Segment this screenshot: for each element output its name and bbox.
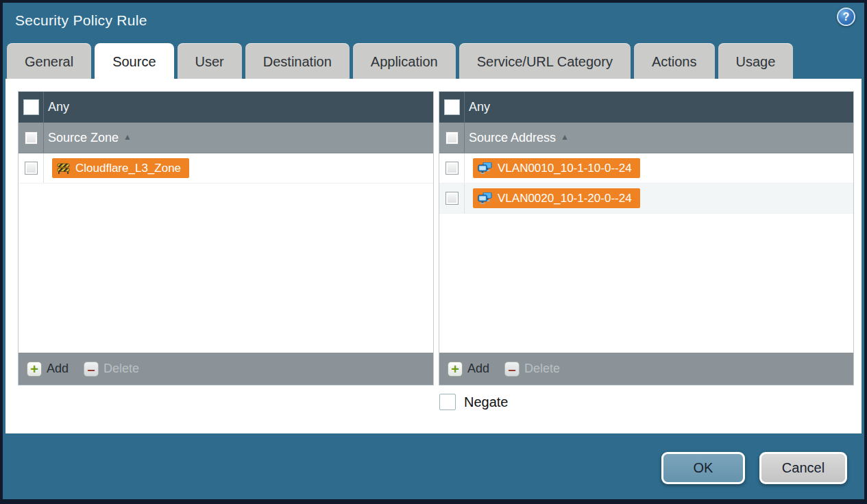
tab-general[interactable]: General xyxy=(7,43,91,79)
address-icon xyxy=(478,192,492,204)
add-button-label: Add xyxy=(467,362,489,376)
source-zone-selectall-checkbox-cell xyxy=(19,123,44,153)
tab-content-source: Any Source Zone ▲ xyxy=(5,79,862,433)
security-policy-rule-dialog: Security Policy Rule ? General Source Us… xyxy=(0,0,867,504)
plus-icon: + xyxy=(27,362,42,377)
tab-service-url-category[interactable]: Service/URL Category xyxy=(459,43,631,79)
zone-chip[interactable]: Cloudflare_L3_Zone xyxy=(52,158,189,178)
dialog-titlebar: Security Policy Rule ? xyxy=(3,3,864,42)
delete-button-label: Delete xyxy=(103,362,139,376)
address-chip-label: VLAN0010_10-1-10-0--24 xyxy=(498,162,632,175)
row-checkbox[interactable] xyxy=(25,162,38,175)
row-checkbox[interactable] xyxy=(445,162,459,175)
row-checkbox-cell xyxy=(439,153,465,183)
tab-actions[interactable]: Actions xyxy=(634,43,715,79)
table-row[interactable]: Cloudflare_L3_Zone xyxy=(19,153,433,184)
tab-usage[interactable]: Usage xyxy=(718,43,794,79)
source-zone-any-header: Any xyxy=(19,92,433,123)
add-button[interactable]: + Add xyxy=(27,362,69,377)
source-zone-panel: Any Source Zone ▲ xyxy=(18,91,434,386)
row-checkbox[interactable] xyxy=(445,192,459,205)
source-zone-any-checkbox-cell xyxy=(19,92,44,123)
add-button-label: Add xyxy=(47,362,69,376)
source-address-any-checkbox-cell xyxy=(439,92,465,123)
table-row[interactable]: VLAN0010_10-1-10-0--24 xyxy=(439,153,853,184)
source-address-selectall-checkbox-cell xyxy=(439,123,465,153)
dialog-title: Security Policy Rule xyxy=(15,12,147,29)
source-zone-rows: Cloudflare_L3_Zone xyxy=(19,153,433,353)
row-checkbox-cell xyxy=(439,184,465,213)
source-address-any-checkbox[interactable] xyxy=(444,99,460,115)
add-button[interactable]: + Add xyxy=(448,362,489,377)
help-icon[interactable]: ? xyxy=(837,8,855,26)
source-zone-column-header[interactable]: Source Zone ▲ xyxy=(19,123,433,153)
delete-button: – Delete xyxy=(84,362,139,377)
delete-button: – Delete xyxy=(504,362,560,377)
source-address-any-label: Any xyxy=(469,100,490,114)
negate-field: Negate xyxy=(439,394,509,410)
address-chip-label: VLAN0020_10-1-20-0--24 xyxy=(498,192,632,205)
tab-application[interactable]: Application xyxy=(353,43,456,79)
row-checkbox-cell xyxy=(19,153,44,183)
minus-icon: – xyxy=(504,362,520,377)
source-address-column-label: Source Address xyxy=(469,131,556,145)
source-zone-any-checkbox[interactable] xyxy=(23,99,39,115)
dialog-footer: OK Cancel xyxy=(3,433,864,499)
negate-label: Negate xyxy=(464,394,509,410)
source-address-rows: VLAN0010_10-1-10-0--24 xyxy=(439,153,853,353)
source-zone-column-label: Source Zone xyxy=(48,131,119,145)
source-zone-toolbar: + Add – Delete xyxy=(19,353,433,385)
table-row[interactable]: VLAN0020_10-1-20-0--24 xyxy=(439,184,853,214)
source-address-column-header[interactable]: Source Address ▲ xyxy=(439,123,853,153)
tab-user[interactable]: User xyxy=(178,43,242,79)
tab-bar: General Source User Destination Applicat… xyxy=(3,42,864,79)
tab-source[interactable]: Source xyxy=(95,43,173,79)
source-address-any-header: Any xyxy=(439,92,853,123)
address-chip[interactable]: VLAN0010_10-1-10-0--24 xyxy=(473,158,640,178)
source-address-panel: Any Source Address ▲ xyxy=(439,91,854,386)
source-zone-any-label: Any xyxy=(48,100,69,114)
zone-chip-label: Cloudflare_L3_Zone xyxy=(75,162,181,175)
source-zone-selectall-checkbox[interactable] xyxy=(25,131,38,144)
ok-button[interactable]: OK xyxy=(661,452,745,484)
cancel-button[interactable]: Cancel xyxy=(759,452,847,484)
source-address-toolbar: + Add – Delete xyxy=(439,353,853,385)
zone-icon xyxy=(57,163,70,174)
minus-icon: – xyxy=(84,362,99,377)
tab-destination[interactable]: Destination xyxy=(245,43,350,79)
negate-checkbox[interactable] xyxy=(439,394,456,410)
sort-asc-icon: ▲ xyxy=(123,132,132,142)
delete-button-label: Delete xyxy=(524,362,560,376)
address-chip[interactable]: VLAN0020_10-1-20-0--24 xyxy=(473,188,640,208)
plus-icon: + xyxy=(448,362,463,377)
sort-asc-icon: ▲ xyxy=(561,132,569,142)
address-icon xyxy=(478,162,492,174)
source-address-selectall-checkbox[interactable] xyxy=(445,131,459,144)
